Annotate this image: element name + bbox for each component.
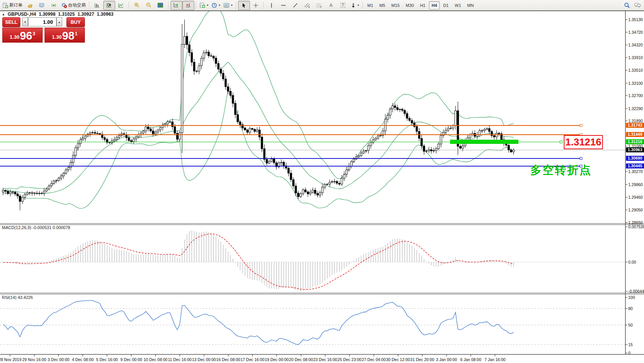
price-level-box: 1.31743: [626, 123, 644, 128]
timeframe-d1[interactable]: D1: [440, 1, 451, 10]
chart-window[interactable]: ▲ GBPUSD-,H4 1.30998 1.31025 1.30927 1.3…: [0, 11, 644, 363]
auto-scroll-button[interactable]: [171, 1, 182, 10]
chat-icon[interactable]: [634, 2, 641, 8]
zoom-out-icon: [146, 2, 152, 8]
sell-price[interactable]: 1.30 96 3: [2, 28, 43, 43]
template-icon: [223, 3, 230, 8]
candlestick-chart-button[interactable]: [103, 1, 115, 10]
templates-button[interactable]: ▾: [222, 1, 234, 10]
price-tick-label: 1.30270: [628, 169, 644, 174]
timeframe-m5[interactable]: M5: [377, 1, 388, 10]
price-tick-label: 1.34320: [628, 43, 644, 47]
cursor-icon: [241, 3, 247, 8]
chart-canvas[interactable]: [0, 11, 644, 363]
chevron-down-icon: ▾: [207, 3, 209, 7]
symbol-collapse-icon[interactable]: ▲: [2, 13, 5, 16]
toolbar-separator: [129, 2, 129, 9]
horizontal-line-icon: [281, 3, 286, 8]
price-tick-label: 1.35130: [628, 17, 644, 22]
toolbar-separator: [263, 2, 264, 9]
cn-annotation[interactable]: 多空转折点: [530, 163, 592, 178]
crosshair-button[interactable]: [250, 1, 262, 10]
zoom-in-button[interactable]: [131, 1, 143, 10]
trendline-icon: [293, 3, 298, 8]
spin-down-icon: ▼: [24, 21, 26, 23]
macd-tick-label: 0.007538: [628, 224, 644, 229]
rsi-tick-label: 0: [628, 351, 644, 355]
toolbar-separator: [168, 2, 169, 9]
ohlc-close: 1.30963: [97, 12, 113, 17]
rsi-tick-label: 80: [628, 306, 644, 311]
volume-input[interactable]: 1.00: [28, 17, 56, 26]
equidistant-channel-icon: E: [304, 3, 310, 8]
auto-scroll-icon: [173, 2, 179, 8]
timeframe-m30[interactable]: M30: [403, 1, 417, 10]
zoom-in-icon: [134, 2, 140, 8]
arrows-icon: [351, 3, 356, 8]
timeframe-group: M1M5M15M30H1H4D1W1MN: [365, 1, 477, 10]
autotrading-icon: [61, 3, 67, 8]
ohlc-low: 1.30927: [78, 12, 94, 17]
main-toolbar: 新订单 自动交易: [0, 0, 644, 11]
line-chart-icon: [118, 2, 124, 8]
horizontal-line-button[interactable]: [278, 1, 290, 10]
vertical-line-icon: [269, 3, 274, 8]
price-callout[interactable]: 1.31216: [564, 135, 603, 149]
price-tick-label: 1.32700: [628, 93, 644, 98]
chart-header: ▲ GBPUSD-,H4 1.30998 1.31025 1.30927 1.3…: [2, 12, 114, 17]
search-icon[interactable]: [624, 2, 630, 8]
line-chart-button[interactable]: [115, 1, 127, 10]
rsi-tick-label: 15: [628, 342, 644, 347]
volume-increase-button[interactable]: ▲: [56, 17, 62, 26]
sell-button[interactable]: SELL: [2, 17, 20, 27]
indicators-button[interactable]: ▾: [198, 1, 210, 10]
bar-chart-button[interactable]: [91, 1, 103, 10]
tile-windows-button[interactable]: [155, 1, 167, 10]
price-tick-label: 1.33910: [628, 55, 644, 60]
equidistant-channel-button[interactable]: E: [301, 1, 313, 10]
autotrading-button[interactable]: 自动交易: [60, 1, 88, 10]
price-tick-label: 1.33100: [628, 81, 644, 86]
text-label-button[interactable]: T: [337, 1, 349, 10]
rsi-tick-label: 100: [628, 295, 644, 300]
price-tick-label: 1.29860: [628, 182, 644, 187]
timeframe-mn[interactable]: MN: [465, 1, 477, 10]
text-icon: A: [329, 3, 333, 8]
price-level-box: 1.30690: [626, 156, 644, 161]
price-level-box: 1.30445: [626, 163, 644, 168]
autotrading-label: 自动交易: [68, 2, 86, 8]
fibonacci-button[interactable]: F: [313, 1, 325, 10]
chart-shift-icon: [185, 2, 191, 8]
price-tick-label: 1.34720: [628, 30, 644, 35]
zoom-out-button[interactable]: [143, 1, 155, 10]
trendline-button[interactable]: [290, 1, 301, 10]
vertical-line-button[interactable]: [266, 1, 278, 10]
timeframe-w1[interactable]: W1: [452, 1, 464, 10]
arrows-button[interactable]: ▾: [349, 1, 361, 10]
chevron-down-icon: ▾: [231, 3, 233, 7]
timeframe-h4[interactable]: H4: [429, 1, 440, 10]
timeframe-m1[interactable]: M1: [365, 1, 376, 10]
timeframe-h1[interactable]: H1: [417, 1, 428, 10]
chart-shift-button[interactable]: [182, 1, 194, 10]
timeframe-m15[interactable]: M15: [389, 1, 402, 10]
new-chart-button[interactable]: [24, 1, 36, 10]
cursor-button[interactable]: [238, 1, 250, 10]
crosshair-icon: [253, 3, 258, 8]
profiles-button[interactable]: [36, 1, 48, 10]
rsi-label: RSI(14) 43.4226: [2, 295, 33, 300]
signals-button[interactable]: [48, 1, 60, 10]
text-button[interactable]: A: [325, 1, 337, 10]
periods-button[interactable]: ▾: [210, 1, 222, 10]
one-click-trade-panel: SELL ▼ 1.00 ▲ BUY 1.30 96 3 1.30 98 1: [2, 17, 85, 43]
profiles-icon: [39, 3, 45, 8]
new-order-button[interactable]: 新订单: [1, 1, 24, 10]
buy-button[interactable]: BUY: [66, 17, 85, 27]
toolbar-separator: [196, 2, 197, 9]
time-axis-label: 7 Jan 16:00: [477, 357, 513, 362]
new-chart-icon: [27, 3, 33, 8]
price-tick-label: 1.29050: [628, 208, 644, 212]
buy-price[interactable]: 1.30 98 1: [45, 28, 85, 43]
volume-decrease-button[interactable]: ▼: [22, 17, 28, 26]
chevron-down-icon: ▾: [358, 3, 359, 7]
